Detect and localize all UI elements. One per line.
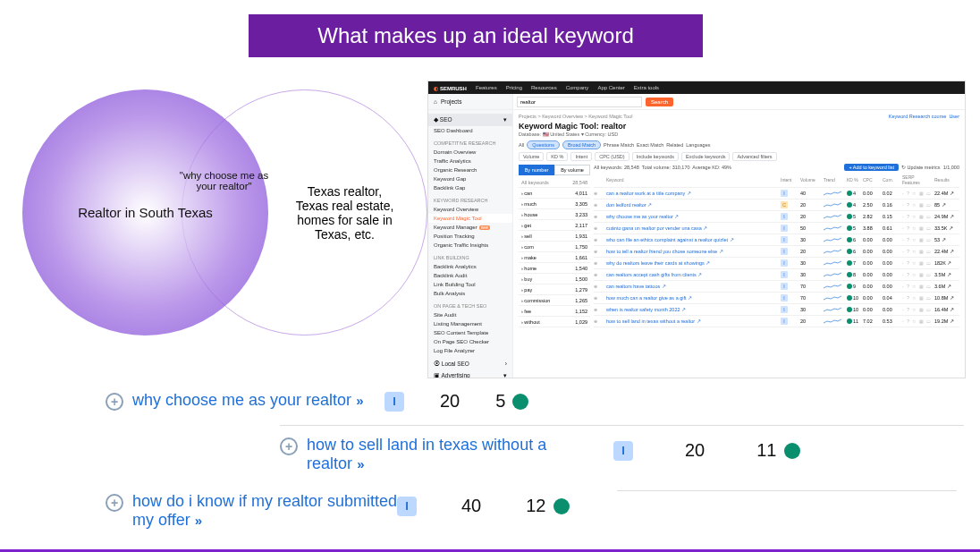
keyword-search-input[interactable] [517, 97, 642, 107]
plus-icon[interactable]: + [106, 494, 123, 512]
database-line[interactable]: Database: 🇺🇸 United States ▾ Currency: U… [519, 132, 959, 137]
result-keyword[interactable]: when is realtor safety month 2022 ↗ [606, 307, 779, 312]
sidebar-item[interactable]: Keyword Gap [428, 174, 512, 183]
group-row[interactable]: › can4,011 [519, 188, 590, 199]
keyword-text[interactable]: why choose me as your realtor » [132, 391, 361, 410]
search-button[interactable]: Search [646, 98, 673, 106]
filter-exclude[interactable]: Exclude keywords [681, 152, 730, 161]
sidebar-item[interactable]: Backlink Analytics [428, 262, 512, 271]
plus-icon[interactable]: + [106, 393, 123, 411]
result-keyword[interactable]: can a realtor work at a title company ↗ [606, 191, 779, 196]
topnav-item[interactable]: App Center [597, 85, 624, 90]
keyword-text[interactable]: how to sell land in texas without a real… [307, 436, 584, 473]
filter-kd[interactable]: KD % [546, 152, 568, 161]
expand-icon[interactable]: ⊕ [594, 202, 604, 208]
sidebar-item[interactable]: Link Building Tool [428, 280, 512, 289]
result-keyword[interactable]: why do realtors leave their cards at sho… [606, 260, 779, 266]
group-row[interactable]: › commission1,265 [519, 295, 590, 306]
expand-icon[interactable]: ⊕ [594, 260, 604, 266]
sidebar-item[interactable]: Backlink Audit [428, 271, 512, 280]
filter-advanced[interactable]: Advanced filters [732, 152, 776, 161]
sidebar-item[interactable]: Site Audit [428, 310, 512, 319]
sidebar-item[interactable]: SEO Content Template [428, 328, 512, 337]
add-to-list-button[interactable]: + Add to keyword list [844, 164, 899, 171]
group-row[interactable]: › get2,117 [519, 220, 590, 231]
filter-include[interactable]: Include keywords [632, 152, 680, 161]
tab-related[interactable]: Related [666, 142, 683, 148]
tab-phrase[interactable]: Phrase Match [604, 142, 634, 148]
tab-questions[interactable]: Questions [527, 140, 560, 149]
group-row[interactable]: › without1,029 [519, 317, 590, 327]
result-row[interactable]: ⊕how much can a realtor give as a gift ↗… [594, 293, 959, 304]
result-row[interactable]: ⊕can realtors accept cash gifts from cli… [594, 269, 959, 281]
sidebar-item[interactable]: Keyword Magic Tool [428, 214, 512, 223]
sidebar-localseo[interactable]: ⦿ Local SEO› [428, 358, 512, 369]
result-row[interactable]: ⊕why do realtors leave their cards at sh… [594, 258, 959, 269]
result-row[interactable]: ⊕when is realtor safety month 2022 ↗I301… [594, 304, 959, 316]
sidebar-item[interactable]: Keyword Managernew [428, 223, 512, 232]
expand-icon[interactable]: ⊕ [594, 237, 604, 242]
sidebar-item[interactable]: Keyword Overview [428, 205, 512, 214]
keyword-text[interactable]: how do i know if my realtor submitted my… [132, 492, 410, 530]
update-metrics-button[interactable]: ↻ Update metrics [901, 165, 941, 170]
group-row[interactable]: › sell1,931 [519, 231, 590, 242]
result-row[interactable]: ⊕how to tell a realtor friend you chose … [594, 246, 959, 258]
result-row[interactable]: ⊕cuánto gana un realtor por vender una c… [594, 223, 959, 234]
tab-languages[interactable]: Languages [686, 142, 710, 148]
expand-icon[interactable]: ⊕ [594, 307, 604, 312]
filter-cpc[interactable]: CPC (USD) [595, 152, 629, 161]
sidebar-advertising[interactable]: ▣ Advertising▾ [428, 369, 512, 378]
sidebar-item[interactable]: Log File Analyzer [428, 346, 512, 355]
result-keyword[interactable]: can realtors have tattoos ↗ [606, 284, 779, 289]
result-row[interactable]: ⊕how to sell land in texas without a rea… [594, 316, 959, 327]
sidebar-seo-header[interactable]: ◆ SEO ▾ [428, 114, 512, 126]
expand-icon[interactable]: ⊕ [594, 272, 604, 277]
plus-icon[interactable]: + [280, 437, 298, 455]
topnav-item[interactable]: Features [476, 85, 497, 90]
result-keyword[interactable]: how to tell a realtor friend you chose s… [606, 249, 779, 254]
tab-exact[interactable]: Exact Match [637, 142, 663, 148]
filter-volume[interactable]: Volume [519, 152, 544, 161]
group-row[interactable]: › house3,233 [519, 209, 590, 220]
expand-icon[interactable]: ⊕ [594, 225, 604, 231]
sidebar-item[interactable]: Organic Research [428, 166, 512, 174]
expand-icon[interactable]: ⊕ [594, 295, 604, 301]
result-keyword[interactable]: can realtors accept cash gifts from clie… [606, 272, 779, 277]
group-row[interactable]: › com1,750 [519, 242, 590, 252]
group-row[interactable]: › buy1,500 [519, 274, 590, 284]
sidebar-item[interactable]: SEO Dashboard [428, 126, 512, 135]
result-row[interactable]: ⊕can a realtor work at a title company ↗… [594, 188, 959, 200]
sidebar-item[interactable]: Bulk Analysis [428, 289, 512, 298]
group-row[interactable]: › much3,305 [519, 199, 590, 209]
expand-icon[interactable]: ⊕ [594, 249, 604, 254]
link-user[interactable]: User [949, 114, 959, 119]
result-keyword[interactable]: how to sell land in texas without a real… [606, 318, 779, 324]
result-row[interactable]: ⊕can realtors have tattoos ↗I7090.000.00… [594, 281, 959, 293]
result-keyword[interactable]: cuánto gana un realtor por vender una ca… [606, 225, 779, 231]
grouptab-bynumber[interactable]: By number [519, 165, 554, 175]
sidebar-item[interactable]: Domain Overview [428, 148, 512, 157]
grouptab-byvolume[interactable]: By volume [554, 165, 590, 175]
topnav-item[interactable]: Pricing [506, 85, 522, 90]
sidebar-item[interactable]: Listing Management [428, 319, 512, 328]
expand-icon[interactable]: ⊕ [594, 318, 604, 324]
group-row[interactable]: › fee1,152 [519, 306, 590, 317]
result-keyword[interactable]: don ledford realtor ↗ [606, 202, 779, 208]
sidebar-item[interactable]: On Page SEO Checker [428, 337, 512, 346]
sidebar-item[interactable]: Backlink Gap [428, 183, 512, 192]
sidebar-item[interactable]: Position Tracking [428, 232, 512, 241]
group-row[interactable]: › make1,661 [519, 252, 590, 263]
filter-intent[interactable]: Intent [570, 152, 592, 161]
sidebar-item[interactable]: Organic Traffic Insights [428, 241, 512, 250]
tab-broad[interactable]: Broad Match [562, 140, 601, 149]
expand-icon[interactable]: ⊕ [594, 284, 604, 289]
topnav-item[interactable]: Company [566, 85, 589, 90]
topnav-item[interactable]: Resources [531, 85, 557, 90]
result-row[interactable]: ⊕who can file an ethics complaint agains… [594, 234, 959, 246]
result-keyword[interactable]: who can file an ethics complaint against… [606, 237, 779, 242]
sidebar-projects[interactable]: ⌂ Projects [428, 94, 513, 109]
expand-icon[interactable]: ⊕ [594, 191, 604, 196]
result-row[interactable]: ⊕why choose me as your realtor ↗I2052.82… [594, 211, 959, 223]
result-keyword[interactable]: why choose me as your realtor ↗ [606, 214, 779, 219]
group-row[interactable]: › home1,540 [519, 263, 590, 274]
